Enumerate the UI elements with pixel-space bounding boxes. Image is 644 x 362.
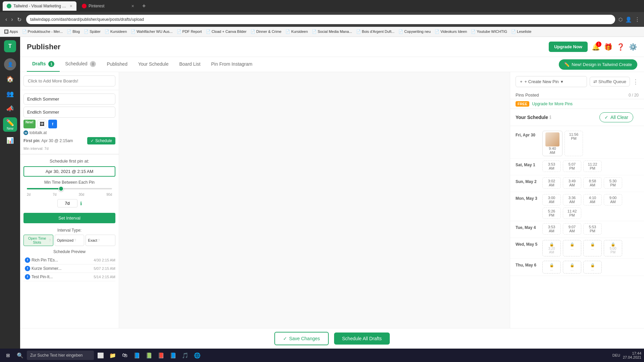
bookmark-apps[interactable]: 🔲 Apps	[4, 29, 18, 34]
bookmark-dinner[interactable]: 📄 Dinner & Crime	[251, 29, 281, 34]
taskbar-task-view-icon[interactable]: ⬜	[95, 350, 106, 361]
taskbar-chrome-icon[interactable]: 🌐	[192, 350, 203, 361]
taskbar-word-icon[interactable]: 📘	[168, 350, 178, 361]
search-taskbar-icon[interactable]: 🔍	[15, 350, 25, 361]
lock-slot-thu-2[interactable]: 🔒 ...	[563, 261, 581, 274]
time-slot-sat-1[interactable]: 3:53AM	[542, 161, 561, 172]
design-button[interactable]: ✏️ New! Design in Tailwind Create	[559, 59, 637, 70]
create-new-pin-button[interactable]: + + Create New Pin ▾	[516, 76, 587, 87]
bookmark-kursideen1[interactable]: 📄 Kursideen	[105, 29, 127, 34]
shuffle-queue-button[interactable]: ⇄ Shuffle Queue	[590, 77, 630, 86]
menu-icon[interactable]: ⋮	[635, 16, 640, 23]
bookmark-copy[interactable]: 📄 Copywriting neu	[398, 29, 431, 34]
sidebar-people-icon[interactable]: 👥	[4, 88, 16, 100]
sidebar-home-icon[interactable]: 🏠	[4, 73, 16, 85]
bookmark-bois[interactable]: 📄 Bois d'Argent Duft...	[356, 29, 395, 34]
sidebar-new-button[interactable]: ✏️ New	[3, 117, 17, 132]
taskbar-store-icon[interactable]: 🛍	[119, 350, 130, 361]
time-slot-sat-2[interactable]: 5:07PM	[563, 161, 581, 172]
all-clear-button[interactable]: ✓ All Clear	[599, 112, 633, 122]
slider-container[interactable]: 2d 7d 30d 90d	[23, 188, 115, 196]
forward-button[interactable]: ›	[10, 16, 14, 23]
taskbar-explorer-icon[interactable]: 📁	[107, 350, 118, 361]
upgrade-now-button[interactable]: Upgrade Now	[549, 42, 588, 52]
interval-info-icon[interactable]: ℹ	[80, 201, 82, 206]
taskbar-office-icon[interactable]: 📘	[131, 350, 142, 361]
datetime-input[interactable]	[23, 166, 115, 177]
bookmark-pdf[interactable]: 📄 PDF Report	[177, 29, 202, 34]
bookmark-video[interactable]: 📄 Videokurs Ideen	[435, 29, 467, 34]
exact-button[interactable]: Exact ?	[86, 235, 115, 246]
time-slot-mon-4[interactable]: 9:00AM	[604, 194, 622, 205]
tab-published[interactable]: Published	[101, 57, 133, 71]
bookmark-blog[interactable]: 📄 Blog	[67, 29, 80, 34]
schedule-all-drafts-button[interactable]: Schedule All Drafts	[334, 333, 390, 345]
lock-slot-wed-2[interactable]: 🔒 ...	[563, 240, 581, 256]
schedule-button[interactable]: ✓ Schedule	[87, 137, 115, 144]
taskbar-spotify-icon[interactable]: 🎵	[180, 350, 191, 361]
time-slot-sat-3[interactable]: 11:22PM	[583, 161, 602, 172]
notification-icon[interactable]: 🔔 1	[592, 43, 600, 51]
sidebar-analytics-icon[interactable]: 📊	[4, 134, 16, 146]
time-slot-sun-1[interactable]: 3:02AM	[542, 177, 561, 189]
bookmark-cload[interactable]: 📄 Cload + Canva Bilder	[206, 29, 247, 34]
time-slot-mon-2[interactable]: 3:36AM	[563, 194, 581, 205]
back-button[interactable]: ‹	[4, 16, 8, 23]
time-slot-mon-5[interactable]: 5:26PM	[542, 207, 561, 219]
set-interval-button[interactable]: Set Interval	[23, 213, 115, 223]
bookmark-spater[interactable]: 📄 Später	[84, 29, 100, 34]
settings-icon[interactable]: ⚙️	[629, 43, 637, 51]
lock-slot-wed-3[interactable]: 🔒 ...	[583, 240, 602, 256]
taskbar-ppt-icon[interactable]: 📕	[156, 350, 166, 361]
bookmark-lese[interactable]: 📄 Leseliste	[511, 29, 531, 34]
lock-slot-wed-4[interactable]: 🔒 5:00PM	[604, 240, 622, 256]
new-tab-button[interactable]: +	[140, 3, 149, 10]
app-logo[interactable]: T	[4, 40, 16, 52]
tab-pinterest[interactable]: Pinterest ×	[78, 1, 138, 11]
time-slot-mon-3[interactable]: 4:10AM	[583, 194, 602, 205]
tab-pin-from-instagram[interactable]: Pin From Instagram	[206, 57, 258, 71]
bookmark-social[interactable]: 📄 Social Media Mana...	[312, 29, 352, 34]
time-slot-tue-1[interactable]: 3:53AM	[542, 223, 561, 235]
more-options-icon[interactable]: ⋮	[633, 78, 639, 85]
reload-button[interactable]: ↻	[16, 16, 23, 23]
taskbar-excel-icon[interactable]: 📗	[144, 350, 154, 361]
tab-board-list[interactable]: Board List	[174, 57, 206, 71]
board-input[interactable]	[23, 75, 115, 86]
save-changes-button[interactable]: ✓ Save Changes	[274, 332, 329, 345]
address-bar[interactable]: tailwindapp.com/dashboard/publisher/queu…	[26, 15, 615, 24]
tab-tailwind[interactable]: Tailwind - Visual Marketing Suite... ×	[3, 1, 76, 11]
time-slot-mon-6[interactable]: 11:42PM	[563, 207, 581, 219]
time-slot-tue-2[interactable]: 9:07AM	[563, 223, 581, 235]
time-slot-sun-2[interactable]: 3:49AM	[563, 177, 581, 189]
user-avatar[interactable]: 👤	[4, 58, 16, 70]
schedule-info-icon[interactable]: ℹ	[549, 115, 551, 120]
bookmark-kursideen2[interactable]: 📄 Kursideen	[285, 29, 308, 34]
lock-slot-thu-3[interactable]: 🔒 ...	[583, 261, 602, 274]
tab-tailwind-close[interactable]: ×	[70, 3, 72, 9]
extensions-icon[interactable]: ⬡	[619, 17, 623, 22]
facebook-icon[interactable]: f	[48, 120, 57, 128]
open-time-slots-button[interactable]: Open Time Slots ?	[23, 235, 53, 246]
time-slot-fri-1[interactable]: 9:40AM	[542, 131, 562, 156]
tab-your-schedule[interactable]: Your Schedule	[133, 57, 174, 71]
tab-drafts[interactable]: Drafts 1	[27, 57, 60, 72]
gift-icon[interactable]: 🎁	[604, 43, 612, 51]
lock-slot-wed-1[interactable]: 🔒 3:20AM	[542, 240, 561, 256]
interval-value-input[interactable]	[57, 199, 77, 207]
tab-scheduled[interactable]: Scheduled 0	[60, 57, 101, 72]
tab-pinterest-close[interactable]: ×	[131, 3, 134, 9]
windows-start-icon[interactable]: ⊞	[3, 350, 13, 361]
time-slot-sun-3[interactable]: 8:58AM	[583, 177, 602, 189]
bookmark-produktsuche[interactable]: 📄 Produktsuche - Mer...	[22, 29, 63, 34]
lock-slot-thu-1[interactable]: 🔒 ...	[542, 261, 561, 274]
help-icon[interactable]: ❓	[616, 43, 625, 51]
time-slot-mon-1[interactable]: 3:00AM	[542, 194, 561, 205]
upgrade-pins-link[interactable]: Upgrade for More Pins	[532, 102, 573, 106]
time-slot-tue-3[interactable]: 5:53PM	[583, 223, 602, 235]
user-icon[interactable]: 👤	[625, 16, 632, 23]
fb-social-icon[interactable]: 🖼	[38, 120, 46, 128]
sidebar-megaphone-icon[interactable]: 📣	[4, 103, 16, 115]
time-slot-fri-2[interactable]: 11:56PM	[565, 131, 583, 156]
bookmark-wahlf[interactable]: 📄 Wahlfächer WU Aus...	[131, 29, 172, 34]
